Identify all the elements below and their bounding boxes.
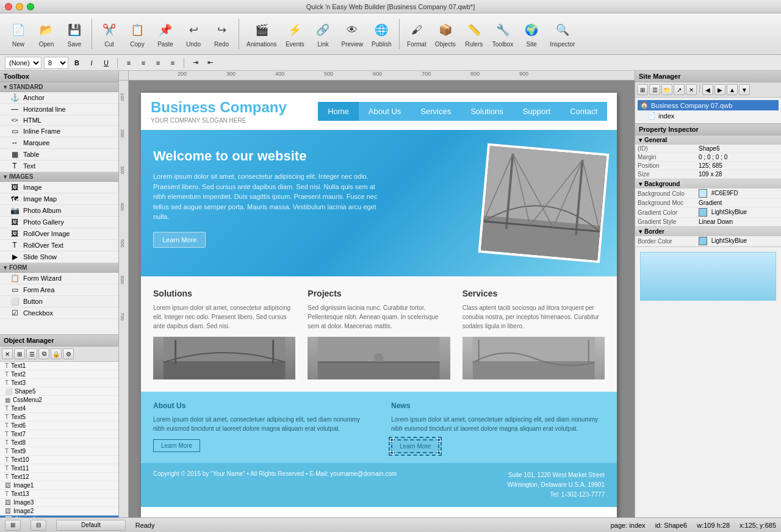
- om-text8[interactable]: T Text8: [0, 439, 118, 447]
- news-learn-more-btn[interactable]: Learn More: [391, 439, 439, 453]
- toolbar-format[interactable]: 🖌 Format: [403, 18, 430, 50]
- sm-file-item[interactable]: 🏠 Business Company 07.qwb: [638, 100, 779, 110]
- canvas-scroll[interactable]: Business Company YOUR COMPANY SLOGAN HER…: [129, 81, 635, 517]
- maximize-btn[interactable]: [27, 3, 34, 10]
- om-grid-btn[interactable]: ⊞: [14, 348, 25, 359]
- font-none-select[interactable]: (None): [5, 57, 41, 69]
- nav-solutions[interactable]: Solutions: [461, 102, 513, 121]
- toolbar-cut[interactable]: ✂️ Cut: [96, 18, 123, 50]
- om-lock-btn[interactable]: 🔒: [51, 348, 62, 359]
- toolbar-undo[interactable]: ↩ Undo: [180, 18, 207, 50]
- sm-down-btn[interactable]: ▼: [739, 84, 750, 95]
- toolbox-marquee[interactable]: ↔ Marquee: [0, 137, 118, 149]
- minimize-btn[interactable]: [16, 3, 23, 10]
- sm-grid-btn[interactable]: ⊞: [637, 84, 648, 95]
- toolbar-inspector[interactable]: 🔍 Inspector: [546, 18, 578, 50]
- outdent-button[interactable]: ⇤: [204, 57, 216, 69]
- underline-button[interactable]: U: [100, 57, 112, 69]
- om-image3[interactable]: 🖼 Image3: [0, 498, 118, 507]
- sm-close-btn[interactable]: ✕: [686, 84, 697, 95]
- om-text7[interactable]: T Text7: [0, 430, 118, 439]
- om-copy-btn[interactable]: ⧉: [38, 348, 49, 359]
- om-text10[interactable]: T Text10: [0, 456, 118, 464]
- nav-home[interactable]: Home: [318, 102, 359, 121]
- toolbox-table[interactable]: ▦ Table: [0, 149, 118, 160]
- om-text2[interactable]: T Text2: [0, 370, 118, 379]
- pi-background-header[interactable]: ▾ Background: [635, 179, 781, 189]
- toolbox-formwizard[interactable]: 📋 Form Wizard: [0, 273, 118, 284]
- toolbox-imagemap[interactable]: 🗺 Image Map: [0, 193, 118, 205]
- toolbar-save[interactable]: 💾 Save: [61, 18, 88, 50]
- om-text13[interactable]: T Text13: [0, 490, 118, 498]
- sm-list-btn[interactable]: ☰: [649, 84, 660, 95]
- toolbox-button[interactable]: ⬜ Button: [0, 296, 118, 307]
- nav-services[interactable]: Services: [411, 102, 461, 121]
- toolbox-photogallery[interactable]: 🖼 Photo Gallery: [0, 217, 118, 228]
- align-left-button[interactable]: ≡: [123, 57, 135, 69]
- om-close-btn[interactable]: ✕: [2, 348, 13, 359]
- om-text9[interactable]: T Text9: [0, 447, 118, 456]
- om-text1[interactable]: T Text1: [0, 362, 118, 370]
- om-text5[interactable]: T Text5: [0, 413, 118, 422]
- form-section-header[interactable]: ▾ FORM: [0, 263, 118, 273]
- nav-contact[interactable]: Contact: [560, 102, 607, 121]
- toolbox-checkbox[interactable]: ☑ Checkbox: [0, 307, 118, 319]
- toolbox-photoalbum[interactable]: 📷 Photo Album: [0, 205, 118, 217]
- sm-right-btn[interactable]: ▶: [714, 84, 725, 95]
- hero-learn-more-btn[interactable]: Learn More: [153, 232, 206, 248]
- pi-border-header[interactable]: ▾ Border: [635, 227, 781, 236]
- font-size-select[interactable]: 8: [44, 57, 68, 69]
- default-btn[interactable]: Default: [56, 520, 126, 531]
- toolbar-open[interactable]: 📂 Open: [33, 18, 60, 50]
- toolbox-anchor[interactable]: ⚓ Anchor: [0, 92, 118, 104]
- om-text12[interactable]: T Text12: [0, 473, 118, 481]
- om-image2[interactable]: 🖼 Image2: [0, 507, 118, 516]
- om-list-btn[interactable]: ☰: [26, 348, 37, 359]
- om-text3[interactable]: T Text3: [0, 379, 118, 387]
- sm-export-btn[interactable]: ↗: [674, 84, 685, 95]
- standard-section-header[interactable]: ▾ STANDARD: [0, 82, 118, 92]
- toolbar-copy[interactable]: 📋 Copy: [124, 18, 151, 50]
- toolbar-site[interactable]: 🌍 Site: [518, 18, 545, 50]
- om-settings-btn[interactable]: ⚙: [63, 348, 74, 359]
- close-btn[interactable]: [5, 3, 12, 10]
- toolbar-preview[interactable]: 👁 Preview: [337, 18, 367, 50]
- om-cssmenu2[interactable]: ▦ CssMenu2: [0, 396, 118, 404]
- canvas-area[interactable]: 200 300 400 500 600 700 800 900 100 200 …: [119, 71, 635, 517]
- toolbar-objects[interactable]: 📦 Objects: [431, 18, 459, 50]
- toolbox-formarea[interactable]: ▭ Form Area: [0, 284, 118, 296]
- sm-folder-btn[interactable]: 📁: [661, 84, 672, 95]
- bordercolor-swatch[interactable]: [699, 237, 707, 245]
- toolbox-image[interactable]: 🖼 Image: [0, 182, 118, 193]
- sm-up-btn[interactable]: ▲: [727, 84, 738, 95]
- toolbar-publish[interactable]: 🌐 Publish: [368, 18, 395, 50]
- canvas-btn-2[interactable]: ⊟: [31, 520, 46, 531]
- om-text11[interactable]: T Text11: [0, 464, 118, 473]
- images-section-header[interactable]: ▾ IMAGES: [0, 172, 118, 182]
- italic-button[interactable]: I: [85, 57, 98, 69]
- sm-left-btn[interactable]: ◀: [702, 84, 713, 95]
- om-shape5[interactable]: ⬜ Shape5: [0, 387, 118, 396]
- nav-aboutus[interactable]: About Us: [359, 102, 411, 121]
- toolbar-link[interactable]: 🔗 Link: [309, 18, 336, 50]
- toolbar-new[interactable]: 📄 New: [5, 18, 32, 50]
- nav-support[interactable]: Support: [513, 102, 561, 121]
- canvas-btn-1[interactable]: ⊞: [5, 520, 21, 531]
- om-shape6[interactable]: ⬜ Shape6: [0, 516, 118, 517]
- toolbox-slideshow[interactable]: ▶ Slide Show: [0, 251, 118, 263]
- sm-page-index[interactable]: 📄 index: [638, 110, 779, 121]
- bold-button[interactable]: B: [71, 57, 83, 69]
- toolbar-events[interactable]: ⚡ Events: [281, 18, 308, 50]
- toolbar-toolbox[interactable]: 🔧 Toolbox: [489, 18, 517, 50]
- toolbar-redo[interactable]: ↪ Redo: [208, 18, 235, 50]
- bgcolor-swatch[interactable]: [699, 189, 707, 198]
- toolbox-html[interactable]: <> HTML: [0, 115, 118, 126]
- toolbox-iframe[interactable]: ▭ Inline Frame: [0, 126, 118, 137]
- about-learn-more-btn[interactable]: Learn More: [153, 439, 200, 452]
- toolbar-rulers[interactable]: 📏 Rulers: [461, 18, 488, 50]
- toolbox-text[interactable]: T Text: [0, 160, 118, 172]
- om-image1[interactable]: 🖼 Image1: [0, 481, 118, 490]
- toolbar-animations[interactable]: 🎬 Animations: [243, 18, 280, 50]
- toolbox-rollovertext[interactable]: T RollOver Text: [0, 240, 118, 251]
- align-center-button[interactable]: ≡: [137, 57, 149, 69]
